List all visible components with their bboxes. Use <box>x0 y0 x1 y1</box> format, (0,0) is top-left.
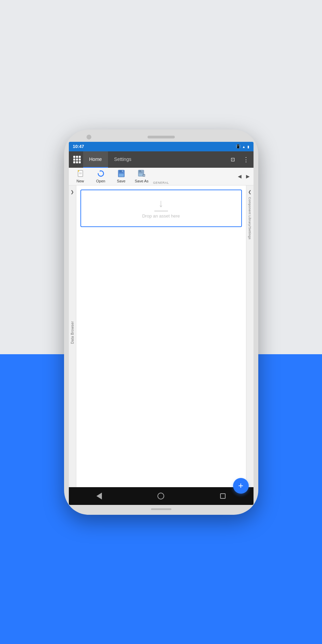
toolbar-next-button[interactable]: ▶ <box>244 172 252 180</box>
back-button[interactable] <box>90 490 108 502</box>
phone-outer: 10:47 Home Settings <box>64 130 258 515</box>
bottom-nav <box>69 487 254 505</box>
right-sidebar-arrow-icon: ❮ <box>248 190 251 194</box>
open-icon <box>97 170 105 178</box>
wifi-icon <box>242 145 246 149</box>
main-area: ❯ Data Browser ↓ Drop an asset here ❮ Co… <box>69 185 254 487</box>
open-button[interactable]: Open <box>91 168 111 184</box>
back-icon <box>96 493 102 499</box>
data-browser-label: Data Browser <box>71 321 74 344</box>
phone-screen: 10:47 Home Settings <box>69 142 254 505</box>
right-sidebar-toggle[interactable]: ❮ Component Library/Settings <box>246 185 254 487</box>
tab-home[interactable]: Home <box>83 151 108 168</box>
svg-text:★: ★ <box>77 170 80 173</box>
drop-zone[interactable]: ↓ Drop an asset here <box>80 190 242 227</box>
grid-svg <box>73 156 81 163</box>
new-file-icon: ★ <box>77 170 83 178</box>
app-bar: Home Settings <box>69 151 254 168</box>
save-label: Save <box>117 179 125 183</box>
new-label: New <box>76 179 84 183</box>
phone-camera <box>87 135 91 139</box>
home-icon <box>157 493 164 499</box>
svg-rect-7 <box>119 174 124 177</box>
status-bar: 10:47 <box>69 142 254 151</box>
open-label: Open <box>96 179 105 183</box>
phone-home-indicator <box>151 508 171 510</box>
status-icons <box>236 144 249 149</box>
left-sidebar-arrow: ❯ <box>71 190 74 194</box>
drop-zone-arrow-icon: ↓ <box>158 198 164 209</box>
fab-button[interactable]: + <box>233 478 249 494</box>
toolbar-prev-button[interactable]: ◀ <box>236 172 244 180</box>
phone-bottom-bar <box>69 508 254 510</box>
battery-icon <box>247 145 249 149</box>
status-time: 10:47 <box>73 144 84 149</box>
vibrate-icon <box>236 144 241 149</box>
toolbar-section-label: GENERAL <box>153 181 169 184</box>
tab-settings[interactable]: Settings <box>108 151 138 168</box>
home-button[interactable] <box>151 490 170 502</box>
recents-icon <box>220 493 226 499</box>
toolbar-nav: ◀ ▶ <box>236 172 252 180</box>
more-vert-icon[interactable] <box>241 154 251 165</box>
svg-text:AS: AS <box>143 174 145 177</box>
app-bar-tabs: Home Settings <box>83 151 228 168</box>
save-icon <box>118 170 125 178</box>
monitor-icon[interactable] <box>228 154 239 165</box>
drop-zone-text: Drop an asset here <box>142 213 180 219</box>
new-button[interactable]: ★ New <box>70 168 91 184</box>
canvas-area: ↓ Drop an asset here <box>76 185 246 487</box>
save-as-icon: AS <box>138 170 145 178</box>
save-as-label: Save As <box>135 179 149 183</box>
phone-top-bar <box>69 136 254 138</box>
toolbar: ★ New Open <box>69 168 254 185</box>
svg-rect-12 <box>141 170 142 171</box>
new-file-svg: ★ <box>77 170 83 177</box>
svg-rect-8 <box>122 170 123 172</box>
phone-speaker <box>148 136 175 138</box>
save-as-button[interactable]: AS Save As <box>132 168 152 184</box>
recents-button[interactable] <box>214 491 232 501</box>
right-sidebar-label: Component Library/Settings <box>248 197 251 240</box>
grid-icon[interactable] <box>71 153 83 166</box>
left-sidebar-toggle[interactable]: ❯ Data Browser <box>69 185 76 487</box>
svg-rect-11 <box>139 174 143 176</box>
drop-zone-line <box>154 211 168 211</box>
app-bar-actions <box>228 154 251 165</box>
save-button[interactable]: Save <box>111 168 132 184</box>
